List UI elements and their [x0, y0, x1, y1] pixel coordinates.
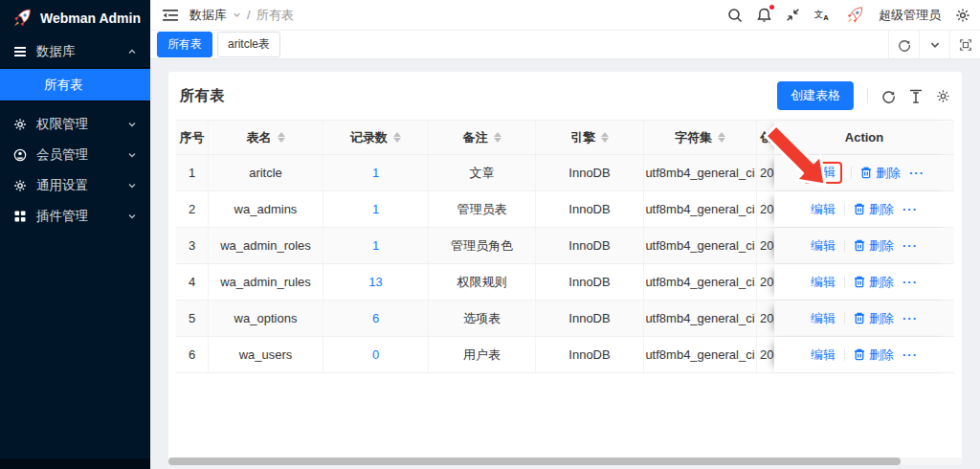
delete-button[interactable]: 删除: [854, 237, 894, 255]
chevron-down-icon: [127, 120, 137, 129]
chevron-down-icon: [233, 11, 241, 19]
edit-button[interactable]: 编辑: [811, 237, 835, 255]
cell-index: 5: [176, 301, 209, 336]
trash-icon: [854, 312, 865, 324]
more-actions-button[interactable]: ···: [909, 166, 924, 180]
col-header-name[interactable]: 表名: [209, 121, 323, 154]
cell-engine: InnoDB: [536, 337, 644, 372]
more-actions-button[interactable]: ···: [902, 202, 918, 216]
avatar[interactable]: [845, 6, 864, 25]
col-header-action: Action: [774, 121, 954, 154]
sidebar-item-members[interactable]: 会员管理: [0, 140, 150, 170]
table-row: 4 wa_admin_rules 13 权限规则 InnoDB utf8mb4_…: [176, 264, 954, 301]
more-actions-button[interactable]: ···: [902, 238, 918, 253]
sidebar-item-settings[interactable]: 通用设置: [0, 170, 150, 201]
gear-icon: [13, 118, 27, 131]
cell-created-clipped: 2022-: [757, 155, 774, 190]
trash-icon: [854, 276, 865, 288]
cell-index: 3: [176, 228, 209, 263]
sidebar-item-plugins[interactable]: 插件管理: [0, 201, 150, 232]
divider: [844, 203, 845, 215]
sort-icon[interactable]: [494, 132, 501, 143]
edit-button[interactable]: 编辑: [811, 165, 835, 179]
tab-menu-chevron-icon[interactable]: [919, 31, 949, 58]
cell-index: 4: [176, 264, 209, 300]
record-count-link[interactable]: 1: [372, 166, 379, 180]
sidebar-item-label: 通用设置: [36, 177, 88, 194]
sidebar-item-label: 权限管理: [36, 116, 88, 133]
scrollbar-thumb[interactable]: [168, 458, 901, 465]
delete-button[interactable]: 删除: [854, 201, 894, 218]
maximize-content-icon[interactable]: [949, 31, 980, 58]
cell-created-clipped: 2022-: [757, 337, 774, 372]
delete-button[interactable]: 删除: [854, 274, 894, 291]
edit-button[interactable]: 编辑: [811, 346, 835, 364]
sort-icon[interactable]: [278, 132, 285, 143]
refresh-tab-icon[interactable]: [888, 31, 919, 58]
more-actions-button[interactable]: ···: [902, 347, 918, 362]
app-title: Webman Admin: [40, 11, 141, 26]
breadcrumb: 数据库 / 所有表: [189, 7, 294, 24]
record-count-link[interactable]: 1: [372, 238, 379, 253]
more-actions-button[interactable]: ···: [902, 275, 918, 289]
breadcrumb-parent[interactable]: 数据库: [189, 7, 227, 24]
sort-icon[interactable]: [601, 132, 609, 143]
col-header-charset[interactable]: 字符集: [644, 121, 757, 154]
collapse-sidebar-icon[interactable]: [163, 9, 178, 22]
tab-aritcle[interactable]: aritcle表: [217, 32, 280, 57]
sidebar-item-label: 会员管理: [36, 146, 88, 164]
table-header-row: 序号 表名 记录数 备注: [176, 120, 954, 155]
cell-created-clipped: 2022-: [757, 264, 774, 300]
notifications-bell-icon[interactable]: [757, 8, 771, 23]
cell-created-clipped: 2022-: [757, 228, 774, 263]
page-content: 所有表 创建表格: [150, 59, 980, 468]
col-header-records[interactable]: 记录数: [323, 121, 429, 154]
sidebar-item-all-tables[interactable]: 所有表: [0, 69, 150, 100]
main-area: 数据库 / 所有表 文A: [150, 0, 980, 469]
record-count-link[interactable]: 1: [372, 202, 379, 216]
record-count-link[interactable]: 0: [372, 347, 379, 362]
fullscreen-icon[interactable]: [786, 8, 800, 22]
sidebar-item-permissions[interactable]: 权限管理: [0, 109, 150, 140]
all-tables-card: 所有表 创建表格: [168, 72, 962, 460]
edit-button[interactable]: 编辑: [811, 201, 835, 218]
user-name[interactable]: 超级管理员: [879, 7, 941, 24]
gear-icon: [13, 179, 27, 192]
sort-icon[interactable]: [393, 132, 401, 143]
cell-table-name: wa_admin_rules: [209, 264, 323, 300]
cell-comment: 选项表: [429, 301, 536, 336]
divider: [851, 167, 852, 179]
cell-charset: utf8mb4_general_ci: [644, 191, 757, 227]
refresh-table-icon[interactable]: [881, 89, 896, 103]
col-header-engine[interactable]: 引擎: [536, 121, 644, 154]
cell-index: 2: [176, 191, 209, 227]
create-table-button[interactable]: 创建表格: [777, 81, 854, 110]
record-count-link[interactable]: 13: [368, 275, 382, 289]
cell-charset: utf8mb4_general_ci: [644, 264, 757, 300]
more-actions-button[interactable]: ···: [902, 311, 918, 325]
breadcrumb-separator: /: [247, 8, 251, 22]
tab-bar: 所有表 aritcle表: [150, 31, 980, 59]
row-height-icon[interactable]: [909, 89, 923, 103]
tab-label: aritcle表: [228, 37, 270, 51]
table-settings-gear-icon[interactable]: [936, 89, 950, 103]
cell-comment: 用户表: [429, 337, 536, 372]
divider: [844, 348, 845, 361]
search-icon[interactable]: [727, 8, 743, 23]
sort-icon[interactable]: [718, 132, 725, 143]
sidebar-item-database[interactable]: 数据库: [0, 36, 150, 67]
rocket-logo-icon: [11, 8, 33, 29]
delete-button[interactable]: 删除: [854, 346, 894, 364]
gear-icon[interactable]: [955, 8, 970, 23]
cell-charset: utf8mb4_general_ci: [644, 228, 757, 263]
trash-icon: [854, 239, 865, 252]
edit-button[interactable]: 编辑: [811, 274, 835, 291]
cell-engine: InnoDB: [536, 191, 644, 227]
record-count-link[interactable]: 6: [372, 311, 379, 325]
tab-all-tables[interactable]: 所有表: [157, 32, 212, 57]
delete-button[interactable]: 删除: [860, 165, 901, 182]
col-header-comment[interactable]: 备注: [429, 121, 536, 154]
edit-button[interactable]: 编辑: [811, 310, 835, 327]
delete-button[interactable]: 删除: [854, 310, 894, 327]
translate-icon[interactable]: 文A: [814, 8, 831, 22]
